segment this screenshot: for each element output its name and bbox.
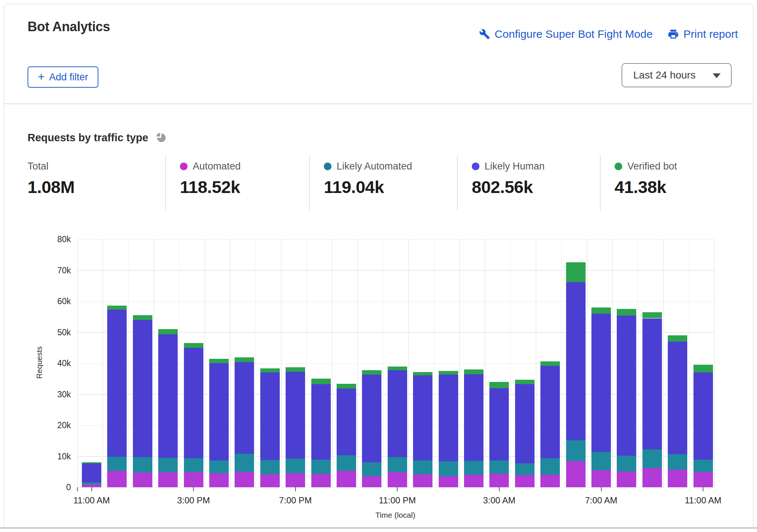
bar-segment-verified-bot[interactable] [515,380,535,384]
add-filter-button[interactable]: + Add filter [28,66,98,88]
stacked-bar[interactable] [184,239,203,487]
stacked-bar[interactable] [362,239,381,487]
bar-segment-automated[interactable] [260,474,280,487]
bar-segment-verified-bot[interactable] [158,329,178,334]
bar-segment-likely-automated[interactable] [413,460,432,474]
bar-segment-verified-bot[interactable] [591,307,611,314]
bar-segment-likely-human[interactable] [260,372,280,460]
bar-segment-automated[interactable] [311,474,331,487]
bar-segment-likely-human[interactable] [413,375,432,460]
bar-segment-verified-bot[interactable] [362,370,381,375]
bar-segment-likely-human[interactable] [184,348,203,458]
bar-segment-automated[interactable] [566,461,586,487]
stacked-bar[interactable] [642,239,662,487]
bar-segment-automated[interactable] [642,468,662,487]
bar-segment-verified-bot[interactable] [107,306,127,310]
bar-segment-verified-bot[interactable] [235,357,254,362]
bar-segment-automated[interactable] [337,471,356,487]
bar-segment-likely-human[interactable] [158,334,178,458]
bar-segment-likely-human[interactable] [668,342,687,454]
bar-segment-likely-human[interactable] [439,375,458,461]
bar-segment-automated[interactable] [464,475,483,487]
bar-segment-verified-bot[interactable] [693,365,713,372]
bar-segment-automated[interactable] [617,471,636,487]
bar-segment-verified-bot[interactable] [311,379,331,384]
bar-segment-likely-human[interactable] [693,372,713,459]
stacked-bar[interactable] [693,239,713,487]
stacked-bar[interactable] [489,239,509,487]
bar-segment-likely-automated[interactable] [184,458,203,472]
stacked-bar[interactable] [82,239,101,487]
bar-segment-verified-bot[interactable] [540,361,560,366]
bar-segment-likely-human[interactable] [642,318,662,449]
bar-segment-likely-human[interactable] [388,370,407,457]
bar-segment-likely-human[interactable] [617,316,636,456]
bar-segment-automated[interactable] [515,475,535,487]
bar-segment-likely-automated[interactable] [133,457,152,473]
print-report-link[interactable]: Print report [667,28,738,40]
bar-segment-likely-human[interactable] [464,374,483,461]
stacked-bar[interactable] [311,239,331,487]
bar-segment-likely-automated[interactable] [566,440,586,461]
bar-segment-likely-human[interactable] [566,282,586,441]
bar-segment-verified-bot[interactable] [668,335,687,342]
bar-segment-likely-human[interactable] [362,375,381,462]
bar-segment-likely-human[interactable] [540,366,560,459]
bar-segment-likely-automated[interactable] [464,461,483,475]
bar-segment-automated[interactable] [107,471,127,487]
bar-segment-likely-automated[interactable] [489,460,509,474]
bar-segment-verified-bot[interactable] [82,462,101,463]
stacked-bar[interactable] [668,239,687,487]
bar-segment-likely-automated[interactable] [388,457,407,472]
bar-segment-automated[interactable] [591,470,611,487]
bar-segment-likely-automated[interactable] [311,460,331,474]
bar-segment-likely-human[interactable] [133,320,152,457]
stacked-bar[interactable] [591,239,611,487]
bar-segment-automated[interactable] [133,473,152,487]
bar-segment-likely-human[interactable] [107,310,127,457]
stacked-bar[interactable] [515,239,535,487]
bar-segment-verified-bot[interactable] [286,367,305,372]
bar-segment-verified-bot[interactable] [388,367,407,370]
stacked-bar[interactable] [235,239,254,487]
bar-segment-verified-bot[interactable] [439,371,458,375]
bar-segment-verified-bot[interactable] [489,382,509,388]
bar-segment-automated[interactable] [540,475,560,487]
bar-segment-likely-automated[interactable] [286,459,305,473]
bar-segment-automated[interactable] [362,476,381,487]
bar-segment-automated[interactable] [286,473,305,487]
bar-segment-verified-bot[interactable] [642,312,662,318]
configure-super-bot-fight-mode-link[interactable]: Configure Super Bot Fight Mode [479,28,652,40]
stacked-bar[interactable] [566,239,586,487]
bar-segment-likely-human[interactable] [235,362,254,453]
bar-segment-automated[interactable] [413,474,432,487]
bar-segment-likely-human[interactable] [311,384,331,460]
bar-segment-likely-human[interactable] [82,463,101,482]
bar-segment-likely-automated[interactable] [540,458,560,475]
bar-segment-verified-bot[interactable] [337,384,356,389]
bar-segment-likely-human[interactable] [337,389,356,455]
bar-segment-likely-automated[interactable] [82,482,101,485]
bar-segment-verified-bot[interactable] [260,368,280,373]
bar-segment-likely-human[interactable] [286,372,305,459]
bar-segment-likely-automated[interactable] [107,457,127,471]
stacked-bar[interactable] [260,239,280,487]
bar-segment-likely-automated[interactable] [260,460,280,474]
bar-segment-likely-human[interactable] [591,314,611,452]
stacked-bar[interactable] [158,239,178,487]
bar-segment-automated[interactable] [489,474,509,487]
bar-segment-verified-bot[interactable] [566,262,586,282]
bar-segment-likely-automated[interactable] [235,454,254,472]
stacked-bar[interactable] [540,239,560,487]
bar-segment-likely-human[interactable] [489,388,509,460]
stacked-bar[interactable] [413,239,432,487]
bar-segment-automated[interactable] [158,472,178,487]
bar-segment-likely-automated[interactable] [693,460,713,473]
bar-segment-likely-automated[interactable] [668,454,687,470]
bar-segment-automated[interactable] [184,472,203,487]
bar-segment-verified-bot[interactable] [413,372,432,375]
bar-segment-verified-bot[interactable] [617,309,636,316]
stacked-bar[interactable] [133,239,152,487]
stacked-bar[interactable] [464,239,483,487]
bar-segment-automated[interactable] [668,470,687,487]
